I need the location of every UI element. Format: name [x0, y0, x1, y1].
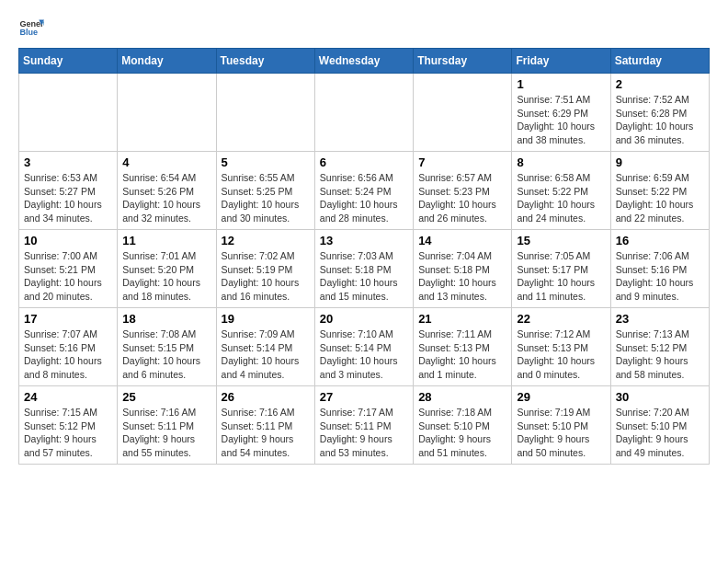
calendar-cell: 5Sunrise: 6:55 AM Sunset: 5:25 PM Daylig… — [216, 152, 314, 230]
day-info: Sunrise: 7:19 AM Sunset: 5:10 PM Dayligh… — [517, 406, 605, 460]
calendar-week-row: 24Sunrise: 7:15 AM Sunset: 5:12 PM Dayli… — [19, 386, 710, 465]
calendar-cell: 15Sunrise: 7:05 AM Sunset: 5:17 PM Dayli… — [512, 230, 610, 308]
day-number: 20 — [320, 312, 408, 326]
day-of-week-header: Friday — [512, 49, 610, 74]
calendar-cell: 27Sunrise: 7:17 AM Sunset: 5:11 PM Dayli… — [314, 386, 413, 465]
day-number: 1 — [517, 77, 605, 91]
day-number: 12 — [222, 234, 310, 247]
calendar-cell: 7Sunrise: 6:57 AM Sunset: 5:23 PM Daylig… — [414, 152, 512, 230]
logo: General Blue — [18, 15, 44, 40]
logo-icon: General Blue — [18, 15, 44, 40]
calendar-cell: 16Sunrise: 7:06 AM Sunset: 5:16 PM Dayli… — [610, 230, 709, 308]
day-info: Sunrise: 7:09 AM Sunset: 5:14 PM Dayligh… — [222, 327, 310, 382]
svg-text:Blue: Blue — [19, 28, 38, 37]
calendar-cell: 9Sunrise: 6:59 AM Sunset: 5:22 PM Daylig… — [610, 152, 709, 230]
calendar-cell: 20Sunrise: 7:10 AM Sunset: 5:14 PM Dayli… — [314, 308, 413, 386]
calendar-cell: 2Sunrise: 7:52 AM Sunset: 6:28 PM Daylig… — [610, 74, 709, 152]
calendar-cell — [19, 74, 118, 152]
day-number: 9 — [616, 155, 704, 169]
day-info: Sunrise: 7:03 AM Sunset: 5:18 PM Dayligh… — [320, 249, 408, 304]
day-number: 17 — [24, 312, 112, 326]
calendar-cell: 25Sunrise: 7:16 AM Sunset: 5:11 PM Dayli… — [118, 386, 216, 465]
day-info: Sunrise: 6:55 AM Sunset: 5:25 PM Dayligh… — [222, 171, 310, 225]
day-number: 5 — [222, 155, 310, 169]
day-info: Sunrise: 6:57 AM Sunset: 5:23 PM Dayligh… — [418, 171, 506, 225]
calendar-cell: 6Sunrise: 6:56 AM Sunset: 5:24 PM Daylig… — [314, 152, 413, 230]
calendar-cell: 3Sunrise: 6:53 AM Sunset: 5:27 PM Daylig… — [19, 152, 118, 230]
day-number: 10 — [24, 234, 112, 247]
calendar-cell: 12Sunrise: 7:02 AM Sunset: 5:19 PM Dayli… — [216, 230, 314, 308]
calendar-cell: 8Sunrise: 6:58 AM Sunset: 5:22 PM Daylig… — [512, 152, 610, 230]
day-info: Sunrise: 7:51 AM Sunset: 6:29 PM Dayligh… — [517, 93, 605, 147]
day-number: 22 — [517, 312, 605, 326]
day-info: Sunrise: 7:05 AM Sunset: 5:17 PM Dayligh… — [517, 249, 605, 304]
day-number: 4 — [122, 155, 210, 169]
day-number: 26 — [222, 390, 310, 404]
day-info: Sunrise: 7:11 AM Sunset: 5:13 PM Dayligh… — [418, 327, 506, 382]
day-number: 25 — [122, 390, 210, 404]
day-number: 7 — [418, 155, 506, 169]
calendar-cell: 28Sunrise: 7:18 AM Sunset: 5:10 PM Dayli… — [414, 386, 512, 465]
calendar-header-row: SundayMondayTuesdayWednesdayThursdayFrid… — [19, 49, 710, 74]
day-info: Sunrise: 7:20 AM Sunset: 5:10 PM Dayligh… — [616, 406, 704, 460]
calendar-cell: 22Sunrise: 7:12 AM Sunset: 5:13 PM Dayli… — [512, 308, 610, 386]
day-info: Sunrise: 7:01 AM Sunset: 5:20 PM Dayligh… — [122, 249, 210, 304]
day-info: Sunrise: 6:56 AM Sunset: 5:24 PM Dayligh… — [320, 171, 408, 225]
day-number: 13 — [320, 234, 408, 247]
day-number: 28 — [418, 390, 506, 404]
day-number: 21 — [418, 312, 506, 326]
day-of-week-header: Saturday — [610, 49, 709, 74]
day-number: 3 — [24, 155, 112, 169]
day-info: Sunrise: 6:54 AM Sunset: 5:26 PM Dayligh… — [122, 171, 210, 225]
day-of-week-header: Tuesday — [216, 49, 314, 74]
calendar-cell: 21Sunrise: 7:11 AM Sunset: 5:13 PM Dayli… — [414, 308, 512, 386]
calendar-week-row: 1Sunrise: 7:51 AM Sunset: 6:29 PM Daylig… — [19, 74, 710, 152]
day-number: 11 — [122, 234, 210, 247]
calendar-cell: 4Sunrise: 6:54 AM Sunset: 5:26 PM Daylig… — [118, 152, 216, 230]
day-number: 24 — [24, 390, 112, 404]
day-info: Sunrise: 6:58 AM Sunset: 5:22 PM Dayligh… — [517, 171, 605, 225]
calendar-cell: 10Sunrise: 7:00 AM Sunset: 5:21 PM Dayli… — [19, 230, 118, 308]
page-header: General Blue — [18, 15, 710, 40]
day-number: 2 — [616, 77, 704, 91]
calendar-cell: 24Sunrise: 7:15 AM Sunset: 5:12 PM Dayli… — [19, 386, 118, 465]
calendar-cell: 19Sunrise: 7:09 AM Sunset: 5:14 PM Dayli… — [216, 308, 314, 386]
calendar-cell: 13Sunrise: 7:03 AM Sunset: 5:18 PM Dayli… — [314, 230, 413, 308]
day-of-week-header: Sunday — [19, 49, 118, 74]
calendar-cell: 18Sunrise: 7:08 AM Sunset: 5:15 PM Dayli… — [118, 308, 216, 386]
day-number: 16 — [616, 234, 704, 247]
calendar-week-row: 10Sunrise: 7:00 AM Sunset: 5:21 PM Dayli… — [19, 230, 710, 308]
day-info: Sunrise: 7:02 AM Sunset: 5:19 PM Dayligh… — [222, 249, 310, 304]
day-info: Sunrise: 6:53 AM Sunset: 5:27 PM Dayligh… — [24, 171, 112, 225]
calendar-cell — [414, 74, 512, 152]
day-number: 23 — [616, 312, 704, 326]
day-number: 14 — [418, 234, 506, 247]
day-info: Sunrise: 6:59 AM Sunset: 5:22 PM Dayligh… — [616, 171, 704, 225]
day-info: Sunrise: 7:07 AM Sunset: 5:16 PM Dayligh… — [24, 327, 112, 382]
day-info: Sunrise: 7:06 AM Sunset: 5:16 PM Dayligh… — [616, 249, 704, 304]
day-number: 29 — [517, 390, 605, 404]
day-info: Sunrise: 7:12 AM Sunset: 5:13 PM Dayligh… — [517, 327, 605, 382]
calendar-cell: 26Sunrise: 7:16 AM Sunset: 5:11 PM Dayli… — [216, 386, 314, 465]
calendar-cell: 30Sunrise: 7:20 AM Sunset: 5:10 PM Dayli… — [610, 386, 709, 465]
calendar-cell — [216, 74, 314, 152]
calendar-cell — [314, 74, 413, 152]
calendar-cell — [118, 74, 216, 152]
calendar-cell: 14Sunrise: 7:04 AM Sunset: 5:18 PM Dayli… — [414, 230, 512, 308]
calendar-cell: 11Sunrise: 7:01 AM Sunset: 5:20 PM Dayli… — [118, 230, 216, 308]
day-number: 6 — [320, 155, 408, 169]
day-info: Sunrise: 7:18 AM Sunset: 5:10 PM Dayligh… — [418, 406, 506, 460]
calendar-table: SundayMondayTuesdayWednesdayThursdayFrid… — [18, 48, 710, 465]
day-number: 8 — [517, 155, 605, 169]
day-info: Sunrise: 7:13 AM Sunset: 5:12 PM Dayligh… — [616, 327, 704, 382]
calendar-week-row: 17Sunrise: 7:07 AM Sunset: 5:16 PM Dayli… — [19, 308, 710, 386]
day-info: Sunrise: 7:16 AM Sunset: 5:11 PM Dayligh… — [222, 406, 310, 460]
day-info: Sunrise: 7:00 AM Sunset: 5:21 PM Dayligh… — [24, 249, 112, 304]
day-number: 15 — [517, 234, 605, 247]
day-info: Sunrise: 7:08 AM Sunset: 5:15 PM Dayligh… — [122, 327, 210, 382]
day-info: Sunrise: 7:16 AM Sunset: 5:11 PM Dayligh… — [122, 406, 210, 460]
day-of-week-header: Wednesday — [314, 49, 413, 74]
calendar-cell: 29Sunrise: 7:19 AM Sunset: 5:10 PM Dayli… — [512, 386, 610, 465]
day-number: 19 — [222, 312, 310, 326]
calendar-cell: 1Sunrise: 7:51 AM Sunset: 6:29 PM Daylig… — [512, 74, 610, 152]
